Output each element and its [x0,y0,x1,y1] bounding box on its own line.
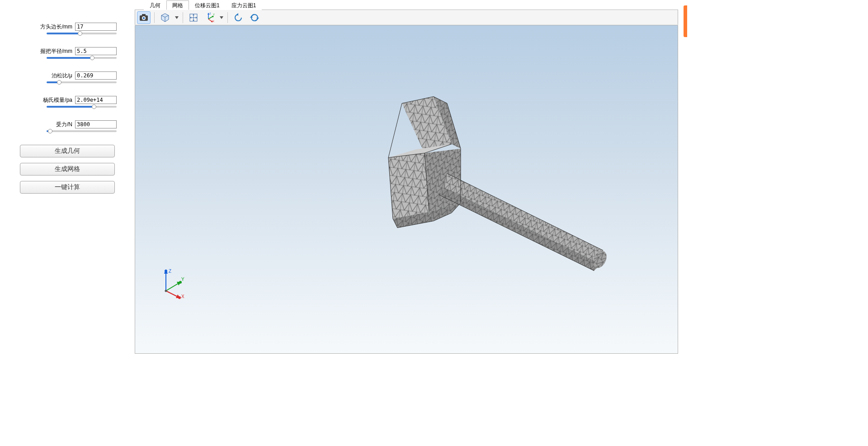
axes-dropdown[interactable] [219,16,224,19]
force-slider[interactable] [47,130,117,132]
axis-triad: Z Y X [157,268,189,300]
hammer-mesh [135,25,678,353]
svg-marker-6 [175,16,179,19]
young-input[interactable] [75,96,117,104]
svg-marker-23 [220,16,223,19]
head-edge-input[interactable] [75,23,117,31]
tab-geometry[interactable]: 几何 [144,0,166,10]
parameter-sidebar: 方头边长/mm 握把半径/mm 泊松比/μ [0,0,135,354]
axes-xyz-icon: Z Y X [205,13,215,23]
poisson-slider[interactable] [47,81,117,83]
param-label: 泊松比/μ [52,72,72,80]
svg-text:X: X [212,20,214,23]
param-label: 握把半径/mm [40,47,72,55]
viewport-toolbar: Z Y X [135,10,678,25]
young-slider[interactable] [47,106,117,108]
svg-marker-41 [445,174,603,264]
pan-icon [189,13,198,22]
svg-marker-24 [236,13,238,16]
rotate-left-icon [234,13,243,22]
grip-radius-slider[interactable] [47,57,117,59]
axes-button[interactable]: Z Y X [203,11,217,24]
chevron-down-icon [175,16,179,19]
tab-displacement[interactable]: 位移云图1 [189,0,226,10]
svg-rect-1 [142,14,146,16]
tab-stress[interactable]: 应力云图1 [226,0,262,10]
param-label: 受力/N [56,121,72,128]
cube-icon [160,13,170,22]
svg-point-3 [143,17,145,19]
param-force: 受力/N [5,120,130,132]
toolbar-separator [183,12,183,23]
svg-point-58 [165,290,167,292]
view-cube-button[interactable] [158,11,172,24]
param-young: 杨氏模量/pa [5,96,130,108]
head-edge-slider[interactable] [47,33,117,34]
svg-point-56 [178,296,181,299]
svg-text:Z: Z [209,13,211,15]
main-area: 几何 网格 位移云图1 应力云图1 [135,0,687,354]
toolbar-separator [227,12,228,23]
view-cube-dropdown[interactable] [175,16,179,19]
param-label: 杨氏模量/pa [43,96,72,104]
param-grip-radius: 握把半径/mm [5,47,130,59]
svg-line-50 [166,283,179,291]
svg-marker-32 [388,153,429,219]
svg-text:Z: Z [169,269,171,274]
view-tabs: 几何 网格 位移云图1 应力云图1 [135,0,678,10]
svg-point-48 [165,270,167,272]
poisson-input[interactable] [75,71,117,80]
svg-text:X: X [181,294,184,299]
svg-marker-43 [439,188,601,271]
param-poisson: 泊松比/μ [5,71,130,83]
side-handle[interactable] [684,5,687,37]
pan-button[interactable] [187,11,200,24]
svg-text:Y: Y [213,13,215,16]
svg-line-54 [166,291,179,297]
camera-icon [139,14,148,21]
svg-line-18 [208,19,212,22]
param-head-edge: 方头边长/mm [5,23,130,34]
param-label: 方头边长/mm [40,23,72,31]
compute-button[interactable]: 一键计算 [20,181,115,194]
rotate-left-button[interactable] [231,11,245,24]
chevron-down-icon [220,16,223,19]
generate-geometry-button[interactable]: 生成几何 [20,145,115,157]
force-input[interactable] [75,120,117,128]
tab-mesh[interactable]: 网格 [166,0,189,10]
svg-text:Y: Y [181,277,184,282]
screenshot-button[interactable] [137,11,151,24]
rotate-reset-icon [250,13,259,22]
grip-radius-input[interactable] [75,47,117,55]
svg-marker-26 [256,18,259,19]
svg-line-16 [208,16,213,19]
viewport-3d[interactable]: Z Y X [135,25,678,354]
rotate-reset-button[interactable] [248,11,261,24]
toolbar-separator [154,12,155,23]
generate-mesh-button[interactable]: 生成网格 [20,163,115,176]
